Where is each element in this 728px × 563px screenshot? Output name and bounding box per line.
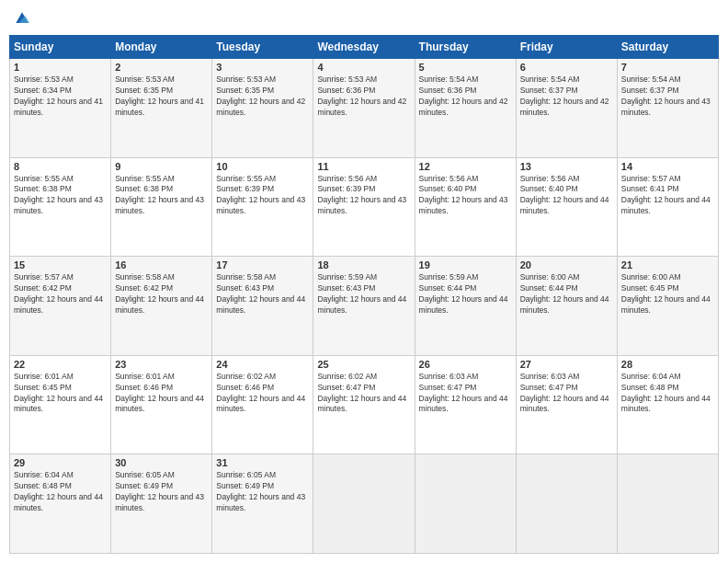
day-number: 25 — [317, 359, 410, 370]
calendar-cell: 11 Sunrise: 5:56 AM Sunset: 6:39 PM Dayl… — [313, 157, 415, 257]
day-number: 31 — [216, 457, 309, 468]
col-header-friday: Friday — [516, 36, 617, 59]
day-number: 19 — [419, 259, 512, 270]
day-number: 12 — [419, 161, 512, 172]
day-info: Sunrise: 5:59 AM Sunset: 6:44 PM Dayligh… — [419, 272, 512, 316]
day-number: 1 — [14, 62, 107, 73]
day-number: 21 — [621, 259, 714, 270]
calendar-cell: 15 Sunrise: 5:57 AM Sunset: 6:42 PM Dayl… — [10, 257, 111, 356]
page: SundayMondayTuesdayWednesdayThursdayFrid… — [0, 0, 728, 563]
day-number: 15 — [14, 259, 107, 270]
day-info: Sunrise: 6:05 AM Sunset: 6:49 PM Dayligh… — [216, 470, 309, 514]
day-info: Sunrise: 5:53 AM Sunset: 6:34 PM Dayligh… — [14, 75, 107, 119]
day-info: Sunrise: 5:56 AM Sunset: 6:40 PM Dayligh… — [419, 174, 512, 218]
day-number: 26 — [419, 359, 512, 370]
day-number: 27 — [520, 359, 613, 370]
calendar-cell: 17 Sunrise: 5:58 AM Sunset: 6:43 PM Dayl… — [212, 257, 313, 356]
calendar-cell: 29 Sunrise: 6:04 AM Sunset: 6:48 PM Dayl… — [10, 454, 111, 554]
calendar-cell — [313, 454, 415, 554]
calendar-cell: 16 Sunrise: 5:58 AM Sunset: 6:42 PM Dayl… — [111, 257, 212, 356]
col-header-saturday: Saturday — [617, 36, 718, 59]
day-info: Sunrise: 5:53 AM Sunset: 6:35 PM Dayligh… — [216, 75, 309, 119]
day-number: 22 — [14, 359, 107, 370]
calendar-week-4: 22 Sunrise: 6:01 AM Sunset: 6:45 PM Dayl… — [10, 355, 719, 454]
day-info: Sunrise: 5:58 AM Sunset: 6:43 PM Dayligh… — [216, 272, 309, 316]
day-info: Sunrise: 5:53 AM Sunset: 6:35 PM Dayligh… — [115, 75, 208, 119]
calendar-cell: 21 Sunrise: 6:00 AM Sunset: 6:45 PM Dayl… — [617, 257, 718, 356]
calendar-week-1: 1 Sunrise: 5:53 AM Sunset: 6:34 PM Dayli… — [10, 59, 719, 158]
day-number: 6 — [520, 62, 613, 73]
day-info: Sunrise: 5:54 AM Sunset: 6:37 PM Dayligh… — [520, 75, 613, 119]
calendar-cell: 26 Sunrise: 6:03 AM Sunset: 6:47 PM Dayl… — [415, 355, 516, 454]
calendar-cell: 7 Sunrise: 5:54 AM Sunset: 6:37 PM Dayli… — [617, 59, 718, 158]
day-info: Sunrise: 6:02 AM Sunset: 6:46 PM Dayligh… — [216, 372, 309, 416]
calendar-cell: 9 Sunrise: 5:55 AM Sunset: 6:38 PM Dayli… — [111, 157, 212, 257]
day-number: 28 — [621, 359, 714, 370]
day-info: Sunrise: 6:05 AM Sunset: 6:49 PM Dayligh… — [115, 470, 208, 514]
col-header-tuesday: Tuesday — [212, 36, 313, 59]
header — [9, 9, 719, 28]
day-number: 2 — [115, 62, 208, 73]
day-number: 4 — [317, 62, 410, 73]
calendar-cell: 12 Sunrise: 5:56 AM Sunset: 6:40 PM Dayl… — [415, 157, 516, 257]
calendar-cell: 6 Sunrise: 5:54 AM Sunset: 6:37 PM Dayli… — [516, 59, 617, 158]
day-number: 10 — [216, 161, 309, 172]
logo — [9, 9, 31, 28]
calendar-cell: 2 Sunrise: 5:53 AM Sunset: 6:35 PM Dayli… — [111, 59, 212, 158]
calendar-cell: 23 Sunrise: 6:01 AM Sunset: 6:46 PM Dayl… — [111, 355, 212, 454]
calendar-cell: 3 Sunrise: 5:53 AM Sunset: 6:35 PM Dayli… — [212, 59, 313, 158]
logo-icon — [13, 9, 31, 28]
day-info: Sunrise: 5:56 AM Sunset: 6:40 PM Dayligh… — [520, 174, 613, 218]
calendar-cell: 5 Sunrise: 5:54 AM Sunset: 6:36 PM Dayli… — [415, 59, 516, 158]
calendar-cell: 22 Sunrise: 6:01 AM Sunset: 6:45 PM Dayl… — [10, 355, 111, 454]
day-info: Sunrise: 5:58 AM Sunset: 6:42 PM Dayligh… — [115, 272, 208, 316]
day-info: Sunrise: 6:01 AM Sunset: 6:45 PM Dayligh… — [14, 372, 107, 416]
day-info: Sunrise: 6:00 AM Sunset: 6:44 PM Dayligh… — [520, 272, 613, 316]
calendar-week-5: 29 Sunrise: 6:04 AM Sunset: 6:48 PM Dayl… — [10, 454, 719, 554]
day-number: 16 — [115, 259, 208, 270]
day-number: 24 — [216, 359, 309, 370]
calendar-week-2: 8 Sunrise: 5:55 AM Sunset: 6:38 PM Dayli… — [10, 157, 719, 257]
col-header-wednesday: Wednesday — [313, 36, 415, 59]
calendar-cell: 1 Sunrise: 5:53 AM Sunset: 6:34 PM Dayli… — [10, 59, 111, 158]
day-number: 23 — [115, 359, 208, 370]
day-number: 17 — [216, 259, 309, 270]
calendar-cell: 14 Sunrise: 5:57 AM Sunset: 6:41 PM Dayl… — [617, 157, 718, 257]
col-header-sunday: Sunday — [10, 36, 111, 59]
day-info: Sunrise: 5:55 AM Sunset: 6:39 PM Dayligh… — [216, 174, 309, 218]
day-info: Sunrise: 6:04 AM Sunset: 6:48 PM Dayligh… — [14, 470, 107, 514]
day-number: 29 — [14, 457, 107, 468]
day-info: Sunrise: 5:55 AM Sunset: 6:38 PM Dayligh… — [115, 174, 208, 218]
calendar-cell: 30 Sunrise: 6:05 AM Sunset: 6:49 PM Dayl… — [111, 454, 212, 554]
calendar-cell: 25 Sunrise: 6:02 AM Sunset: 6:47 PM Dayl… — [313, 355, 415, 454]
col-header-thursday: Thursday — [415, 36, 516, 59]
day-info: Sunrise: 6:00 AM Sunset: 6:45 PM Dayligh… — [621, 272, 714, 316]
day-info: Sunrise: 5:54 AM Sunset: 6:36 PM Dayligh… — [419, 75, 512, 119]
col-header-monday: Monday — [111, 36, 212, 59]
calendar-cell — [516, 454, 617, 554]
calendar-cell: 28 Sunrise: 6:04 AM Sunset: 6:48 PM Dayl… — [617, 355, 718, 454]
day-number: 14 — [621, 161, 714, 172]
calendar-cell: 24 Sunrise: 6:02 AM Sunset: 6:46 PM Dayl… — [212, 355, 313, 454]
calendar-cell: 20 Sunrise: 6:00 AM Sunset: 6:44 PM Dayl… — [516, 257, 617, 356]
calendar-cell — [617, 454, 718, 554]
calendar-cell — [415, 454, 516, 554]
day-number: 20 — [520, 259, 613, 270]
day-number: 30 — [115, 457, 208, 468]
calendar-cell: 10 Sunrise: 5:55 AM Sunset: 6:39 PM Dayl… — [212, 157, 313, 257]
calendar-cell: 13 Sunrise: 5:56 AM Sunset: 6:40 PM Dayl… — [516, 157, 617, 257]
calendar-cell: 31 Sunrise: 6:05 AM Sunset: 6:49 PM Dayl… — [212, 454, 313, 554]
calendar-cell: 8 Sunrise: 5:55 AM Sunset: 6:38 PM Dayli… — [10, 157, 111, 257]
calendar-table: SundayMondayTuesdayWednesdayThursdayFrid… — [9, 35, 719, 554]
day-number: 7 — [621, 62, 714, 73]
calendar-cell: 27 Sunrise: 6:03 AM Sunset: 6:47 PM Dayl… — [516, 355, 617, 454]
day-info: Sunrise: 5:57 AM Sunset: 6:42 PM Dayligh… — [14, 272, 107, 316]
day-info: Sunrise: 5:55 AM Sunset: 6:38 PM Dayligh… — [14, 174, 107, 218]
day-number: 13 — [520, 161, 613, 172]
day-info: Sunrise: 6:02 AM Sunset: 6:47 PM Dayligh… — [317, 372, 410, 416]
day-number: 11 — [317, 161, 410, 172]
day-info: Sunrise: 5:59 AM Sunset: 6:43 PM Dayligh… — [317, 272, 410, 316]
day-info: Sunrise: 5:57 AM Sunset: 6:41 PM Dayligh… — [621, 174, 714, 218]
day-info: Sunrise: 6:04 AM Sunset: 6:48 PM Dayligh… — [621, 372, 714, 416]
day-number: 18 — [317, 259, 410, 270]
